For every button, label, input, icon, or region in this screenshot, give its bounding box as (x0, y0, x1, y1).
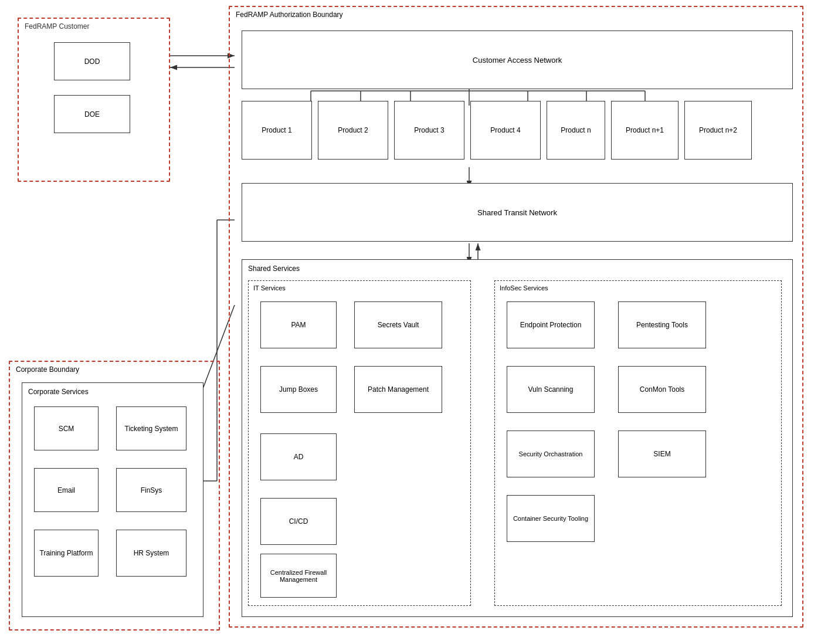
conmon-tools-label: ConMon Tools (640, 385, 685, 394)
it-services-box: IT Services PAM Secrets Vault Jump Boxes… (248, 280, 471, 606)
product4-box: Product 4 (470, 101, 541, 160)
endpoint-protection-label: Endpoint Protection (520, 321, 582, 329)
dod-box: DOD (54, 42, 130, 80)
ticketing-system-label: Ticketing System (125, 425, 178, 433)
diagram-container: FedRAMP Customer DOD DOE FedRAMP Authori… (0, 0, 821, 644)
ad-box: AD (260, 433, 337, 480)
fedramp-boundary-label: FedRAMP Authorization Boundary (236, 11, 343, 19)
security-orch-label: Security Orchastration (519, 450, 583, 457)
jump-boxes-label: Jump Boxes (279, 385, 318, 394)
training-platform-label: Training Platform (40, 549, 93, 557)
product3-box: Product 3 (394, 101, 464, 160)
corporate-services-label: Corporate Services (28, 388, 89, 396)
productn1-box: Product n+1 (611, 101, 678, 160)
productn-box: Product n (547, 101, 605, 160)
corporate-boundary: Corporate Boundary Corporate Services SC… (9, 361, 220, 631)
siem-label: SIEM (653, 450, 670, 458)
can-label: Customer Access Network (242, 31, 792, 89)
productn2-label: Product n+2 (699, 126, 737, 134)
shared-services-box: Shared Services IT Services PAM Secrets … (242, 259, 793, 617)
product2-box: Product 2 (318, 101, 388, 160)
product2-label: Product 2 (338, 126, 368, 134)
email-label: Email (57, 486, 75, 494)
hr-system-label: HR System (134, 549, 169, 557)
security-orch-box: Security Orchastration (507, 431, 595, 477)
firewall-mgmt-label: Centralized Firewall Management (261, 569, 336, 583)
firewall-mgmt-box: Centralized Firewall Management (260, 554, 337, 598)
email-box: Email (34, 468, 99, 512)
products-row: Product 1 Product 2 Product 3 Product 4 … (242, 101, 793, 160)
customer-access-network-box: Customer Access Network (242, 30, 793, 89)
cicd-label: CI/CD (289, 517, 308, 526)
productn2-box: Product n+2 (684, 101, 752, 160)
training-platform-box: Training Platform (34, 530, 99, 577)
hr-system-box: HR System (116, 530, 186, 577)
patch-mgmt-box: Patch Management (354, 366, 442, 413)
ticketing-system-box: Ticketing System (116, 406, 186, 450)
shared-transit-network-box: Shared Transit Network (242, 183, 793, 242)
dod-label: DOD (84, 57, 100, 66)
secrets-vault-box: Secrets Vault (354, 301, 442, 348)
pentesting-tools-label: Pentesting Tools (636, 321, 688, 329)
doe-box: DOE (54, 95, 130, 133)
corporate-boundary-label: Corporate Boundary (16, 365, 79, 374)
cicd-box: CI/CD (260, 498, 337, 545)
container-security-label: Container Security Tooling (513, 515, 588, 522)
product1-box: Product 1 (242, 101, 312, 160)
secrets-vault-label: Secrets Vault (378, 321, 419, 329)
jump-boxes-box: Jump Boxes (260, 366, 337, 413)
fedramp-customer-label: FedRAMP Customer (25, 22, 89, 30)
finsys-label: FinSys (141, 486, 162, 494)
vuln-scanning-box: Vuln Scanning (507, 366, 595, 413)
productn-label: Product n (561, 126, 591, 134)
vuln-scanning-label: Vuln Scanning (528, 385, 574, 394)
productn1-label: Product n+1 (626, 126, 664, 134)
siem-box: SIEM (618, 431, 706, 477)
infosec-services-box: InfoSec Services Endpoint Protection Pen… (494, 280, 782, 606)
ad-label: AD (294, 453, 304, 461)
shared-services-label: Shared Services (248, 265, 300, 273)
doe-label: DOE (84, 110, 100, 118)
scm-box: SCM (34, 406, 99, 450)
it-services-label: IT Services (253, 284, 286, 292)
product3-label: Product 3 (414, 126, 444, 134)
pam-box: PAM (260, 301, 337, 348)
container-security-box: Container Security Tooling (507, 495, 595, 542)
patch-mgmt-label: Patch Management (368, 385, 429, 394)
stn-label: Shared Transit Network (242, 184, 792, 241)
infosec-services-label: InfoSec Services (500, 284, 548, 292)
scm-label: SCM (59, 425, 74, 433)
conmon-tools-box: ConMon Tools (618, 366, 706, 413)
corporate-services-box: Corporate Services SCM Ticketing System … (22, 382, 203, 617)
pentesting-tools-box: Pentesting Tools (618, 301, 706, 348)
finsys-box: FinSys (116, 468, 186, 512)
fedramp-customer-boundary: FedRAMP Customer DOD DOE (18, 18, 170, 182)
pam-label: PAM (291, 321, 306, 329)
fedramp-boundary: FedRAMP Authorization Boundary Customer … (229, 6, 803, 628)
product1-label: Product 1 (262, 126, 291, 134)
endpoint-protection-box: Endpoint Protection (507, 301, 595, 348)
product4-label: Product 4 (490, 126, 520, 134)
